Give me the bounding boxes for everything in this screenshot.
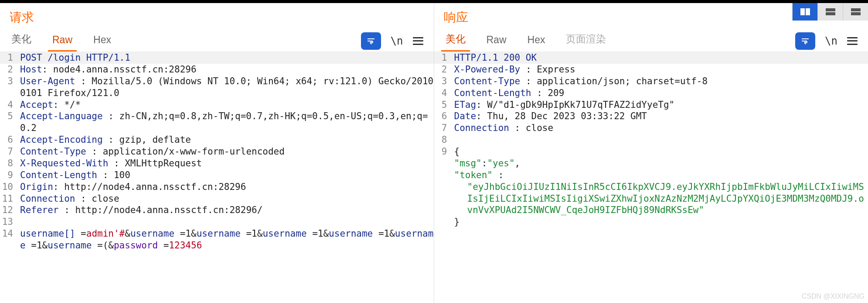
svg-rect-3 xyxy=(826,12,835,15)
code-content[interactable] xyxy=(17,216,434,228)
linebreak-button[interactable]: \n xyxy=(391,35,403,47)
code-line[interactable]: 11Connection : close xyxy=(0,193,434,205)
code-line[interactable]: 13 xyxy=(0,216,434,228)
request-toolbar-icons: \n xyxy=(361,32,427,50)
layout-switcher xyxy=(792,3,868,21)
code-content[interactable]: { xyxy=(452,146,868,158)
code-line[interactable]: 12Referer : http://node4.anna.nssctf.cn:… xyxy=(0,204,434,216)
menu-button-res[interactable] xyxy=(847,37,858,45)
code-content[interactable]: Origin: http://node4.anna.nssctf.cn:2829… xyxy=(17,181,434,193)
code-line[interactable]: 2X-Powered-By : Express xyxy=(434,64,868,76)
code-content[interactable]: Accept-Encoding : gzip, deflate xyxy=(17,134,434,146)
watermark: CSDN @XIXINGNG xyxy=(802,293,865,300)
code-line[interactable]: 5Accept-Language : zh-CN,zh;q=0.8,zh-TW;… xyxy=(0,110,434,134)
line-number: 6 xyxy=(434,110,452,122)
code-content[interactable]: POST /login HTTP/1.1 xyxy=(17,52,434,64)
code-content[interactable]: ETag: W/"d1-gDk9HpIpKk71U7qTFAZ2idYyeTg" xyxy=(452,99,868,111)
code-content[interactable]: "msg":"yes", xyxy=(452,158,868,169)
svg-rect-5 xyxy=(851,12,861,15)
line-number: 5 xyxy=(434,99,452,111)
line-number: 9 xyxy=(434,146,452,158)
code-line[interactable]: 10Origin: http://node4.anna.nssctf.cn:28… xyxy=(0,181,434,193)
code-content[interactable]: Referer : http://node4.anna.nssctf.cn:28… xyxy=(17,204,434,216)
columns-icon xyxy=(800,8,810,15)
tab-hex-res[interactable]: Hex xyxy=(523,31,550,52)
line-number: 7 xyxy=(0,146,17,158)
request-code-area[interactable]: 1POST /login HTTP/1.12Host: node4.anna.n… xyxy=(0,52,434,303)
code-line[interactable]: 7Content-Type : application/x-www-form-u… xyxy=(0,146,434,158)
response-code-area[interactable]: 1HTTP/1.1 200 OK2X-Powered-By : Express3… xyxy=(434,52,868,303)
rows-b-icon xyxy=(851,8,861,15)
code-content[interactable]: Accept: */* xyxy=(17,99,434,111)
line-number: 7 xyxy=(434,122,452,134)
request-tabbar-row: 美化 Raw Hex \n xyxy=(0,30,434,52)
menu-button[interactable] xyxy=(413,37,423,45)
line-number: 1 xyxy=(434,52,452,64)
line-number: 9 xyxy=(0,169,17,181)
code-line[interactable]: 5ETag: W/"d1-gDk9HpIpKk71U7qTFAZ2idYyeTg… xyxy=(434,99,868,111)
code-content[interactable]: Accept-Language : zh-CN,zh;q=0.8,zh-TW;q… xyxy=(17,110,434,134)
code-content[interactable]: HTTP/1.1 200 OK xyxy=(452,52,868,64)
code-content[interactable]: X-Requested-With : XMLHttpRequest xyxy=(17,158,434,169)
code-line[interactable]: 2Host: node4.anna.nssctf.cn:28296 xyxy=(0,64,434,76)
window-top-edge xyxy=(0,0,868,3)
code-content[interactable]: Content-Type : application/x-www-form-ur… xyxy=(17,146,434,158)
code-content[interactable] xyxy=(452,134,868,146)
line-number: 6 xyxy=(0,134,17,146)
tab-raw-res[interactable]: Raw xyxy=(482,31,511,52)
code-content[interactable]: username[] =admin'#&username =1&username… xyxy=(17,228,434,251)
tab-render-res[interactable]: 页面渲染 xyxy=(562,29,610,52)
tab-hex-req[interactable]: Hex xyxy=(89,31,116,52)
wrap-mode-button-res[interactable] xyxy=(795,32,815,50)
tab-raw-req[interactable]: Raw xyxy=(48,31,77,52)
code-line[interactable]: 1POST /login HTTP/1.1 xyxy=(0,52,434,64)
code-line[interactable]: 4Content-Length : 209 xyxy=(434,87,868,99)
code-line[interactable]: "msg":"yes", xyxy=(434,158,868,169)
code-line[interactable]: 14username[] =admin'#&username =1&userna… xyxy=(0,228,434,251)
code-line[interactable]: "eyJhbGciOiJIUzI1NiIsInR5cCI6IkpXVCJ9.ey… xyxy=(434,181,868,217)
line-number: 8 xyxy=(0,158,17,169)
layout-rows-b-button[interactable] xyxy=(843,3,868,21)
split-grid: 请求 美化 Raw Hex \n 1POST /login HTTP/1.12H… xyxy=(0,3,868,303)
code-content[interactable]: Content-Type : application/json; charset… xyxy=(452,76,868,87)
code-content[interactable]: Content-Length : 100 xyxy=(17,169,434,181)
code-line[interactable]: 8 xyxy=(434,134,868,146)
code-content[interactable]: Connection : close xyxy=(452,122,868,134)
response-tabbar-row: 美化 Raw Hex 页面渲染 \n xyxy=(434,30,868,52)
code-content[interactable]: X-Powered-By : Express xyxy=(452,64,868,76)
code-line[interactable]: 3Content-Type : application/json; charse… xyxy=(434,76,868,87)
code-line[interactable]: 6Accept-Encoding : gzip, deflate xyxy=(0,134,434,146)
line-number: 3 xyxy=(434,76,452,87)
code-line[interactable]: 9Content-Length : 100 xyxy=(0,169,434,181)
layout-columns-button[interactable] xyxy=(792,3,817,21)
code-line[interactable]: 6Date: Thu, 28 Dec 2023 03:33:22 GMT xyxy=(434,110,868,122)
line-number: 11 xyxy=(0,193,17,205)
code-line[interactable]: 3User-Agent : Mozilla/5.0 (Windows NT 10… xyxy=(0,76,434,99)
code-line[interactable]: 7Connection : close xyxy=(434,122,868,134)
code-content[interactable]: Date: Thu, 28 Dec 2023 03:33:22 GMT xyxy=(452,110,868,122)
tab-pretty-res[interactable]: 美化 xyxy=(441,29,470,52)
code-line[interactable]: 8X-Requested-With : XMLHttpRequest xyxy=(0,158,434,169)
code-content[interactable]: "eyJhbGciOiJIUzI1NiIsInR5cCI6IkpXVCJ9.ey… xyxy=(452,181,868,217)
code-content[interactable]: Content-Length : 209 xyxy=(452,87,868,99)
code-content[interactable]: User-Agent : Mozilla/5.0 (Windows NT 10.… xyxy=(17,76,434,99)
linebreak-button-res[interactable]: \n xyxy=(825,35,837,47)
code-content[interactable]: Host: node4.anna.nssctf.cn:28296 xyxy=(17,64,434,76)
wrap-mode-button[interactable] xyxy=(361,32,381,50)
code-line[interactable]: "token" : xyxy=(434,169,868,181)
tab-pretty-req[interactable]: 美化 xyxy=(7,29,36,52)
svg-rect-1 xyxy=(806,8,810,15)
code-line[interactable]: 1HTTP/1.1 200 OK xyxy=(434,52,868,64)
svg-rect-2 xyxy=(826,8,835,11)
code-content[interactable]: Connection : close xyxy=(17,193,434,205)
code-line[interactable]: 9{ xyxy=(434,146,868,158)
code-line[interactable]: 4Accept: */* xyxy=(0,99,434,111)
code-line[interactable]: } xyxy=(434,216,868,228)
code-content[interactable]: } xyxy=(452,216,868,228)
layout-rows-a-button[interactable] xyxy=(817,3,843,21)
code-content[interactable]: "token" : xyxy=(452,169,868,181)
line-number xyxy=(434,169,452,181)
svg-rect-4 xyxy=(851,8,861,11)
line-number xyxy=(434,181,452,217)
line-number: 4 xyxy=(0,99,17,111)
